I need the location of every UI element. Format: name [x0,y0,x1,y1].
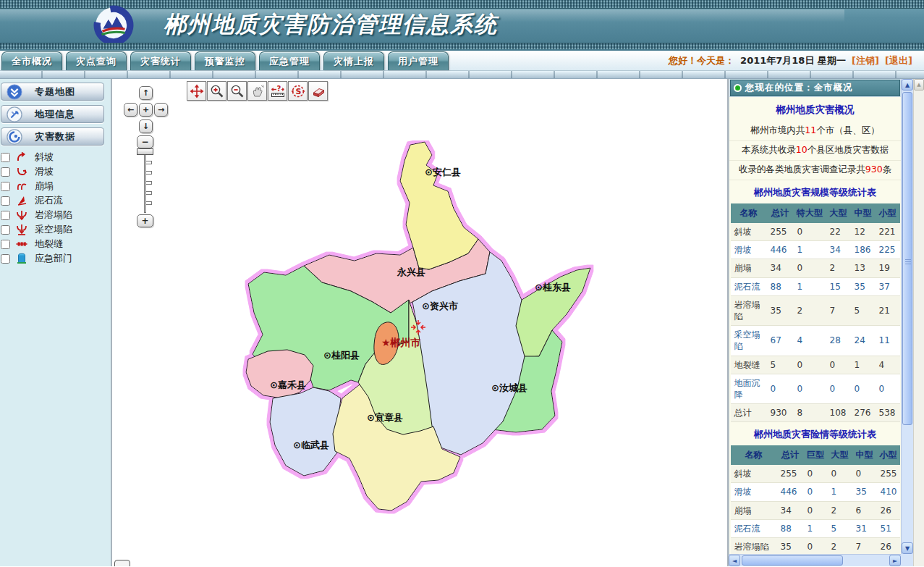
row-value: 0 [794,356,826,374]
layer-sidebar: 专题地图 地理信息 [0,79,112,566]
map-toolbar: ?S [187,81,329,101]
district-label: ⊙临武县 [293,440,329,450]
row-name: 斜坡 [731,465,777,483]
row-value: 5 [851,295,876,325]
karst-collapse-icon [15,209,28,222]
panel-horizontal-scrollbar[interactable]: ◄ ► [729,554,901,566]
tools-icon [7,106,22,122]
sidebar-section-theme-map[interactable]: 专题地图 [1,83,104,101]
location-bar: 您现在的位置：全市概况 [730,80,900,96]
table-row: 地面沉降00000 [731,374,900,403]
layer-checkbox-3[interactable] [1,196,10,206]
row-value: 13 [851,259,876,277]
page-scroll-up-icon[interactable]: ▲ [914,79,924,91]
exit-link[interactable]: [退出] [885,55,912,66]
column-header: 中型 [852,445,877,465]
row-value: 31 [852,519,877,537]
nav-tab-2[interactable]: 灾害统计 [130,51,191,70]
pan-down-button[interactable]: ↓ [139,119,153,133]
row-name: 地面沉降 [731,374,767,403]
row-value: 0 [876,374,900,403]
district-shape-jiahe[interactable] [246,350,313,398]
column-header: 小型 [877,445,900,465]
eraser-icon[interactable] [308,81,328,101]
layer-checkbox-1[interactable] [1,167,10,177]
column-header: 特大型 [794,203,826,223]
logout-link[interactable]: [注销] [852,55,879,66]
pan-right-button[interactable]: → [154,103,168,117]
layer-label: 地裂缝 [35,238,63,251]
pan-tool-icon[interactable] [187,81,206,101]
zoom-in-step-button[interactable]: + [137,214,153,227]
layer-checkbox-2[interactable] [1,182,10,191]
row-value: 4 [794,326,826,356]
layer-checkbox-6[interactable] [1,240,10,249]
sidebar-section-geo-info[interactable]: 地理信息 [1,105,104,123]
pan-center-button[interactable]: + [139,103,153,117]
row-value: 35 [851,277,876,295]
scroll-down-icon[interactable]: ▼ [902,542,913,554]
row-name: 崩塌 [731,259,767,277]
row-value: 11 [876,326,900,356]
sidebar-section-label: 地理信息 [35,108,75,121]
district-shape-linwu[interactable] [270,387,341,476]
row-value: 0 [851,374,876,403]
nav-tab-3[interactable]: 预警监控 [195,51,255,70]
nav-tab-0[interactable]: 全市概况 [1,51,62,70]
row-value: 6 [852,501,877,519]
nav-tab-1[interactable]: 灾点查询 [66,51,127,70]
layer-checkbox-4[interactable] [1,211,10,220]
pan-left-button[interactable]: ← [124,103,137,117]
column-header: 总计 [777,445,804,465]
pan-up-button[interactable]: ↑ [139,86,153,100]
svg-text:?: ? [276,85,281,93]
nav-tab-5[interactable]: 灾情上报 [323,51,384,70]
panel-vertical-scrollbar[interactable]: ▲ ▼ [901,79,913,554]
layer-label: 泥石流 [35,194,63,207]
row-name: 总计 [731,404,767,422]
zoom-out-step-button[interactable]: − [137,135,153,148]
panel-vscroll-thumb[interactable] [902,92,912,425]
row-value: 34 [826,241,851,259]
zoom-out-icon[interactable] [227,81,247,101]
svg-text:S: S [295,87,301,96]
row-value: 0 [794,223,826,241]
table-row: 崩塌3402626 [731,501,900,519]
table-row: 采空塌陷674282411 [731,326,900,356]
layer-checkbox-5[interactable] [1,225,10,235]
table-row: 滑坡446134186225 [731,241,900,259]
nav-tab-6[interactable]: 用户管理 [388,51,449,70]
scroll-up-icon[interactable]: ▲ [902,79,913,91]
scale-grade-table: 名称总计特大型大型中型小型斜坡25502212221滑坡446134186225… [731,203,900,422]
layer-checkbox-7[interactable] [1,254,10,264]
page-scrollbar[interactable]: ▲ [913,79,924,566]
measure-distance-icon[interactable]: ? [268,81,287,101]
nav-tab-4[interactable]: 应急管理 [259,51,320,70]
layer-row-4: 岩溶塌陷 [0,208,111,222]
panel-hscroll-thumb[interactable] [742,555,843,566]
danger-grade-table: 名称总计巨型大型中型小型斜坡255000255滑坡4460135410崩塌340… [731,445,900,554]
sidebar-section-disaster-data[interactable]: 灾害数据 [1,127,104,146]
zoom-slider-thumb[interactable] [137,148,153,155]
scale-icon[interactable]: S [288,81,308,101]
hand-pan-icon[interactable] [247,81,267,101]
row-value: 5 [828,519,852,537]
application-window: 郴州地质灾害防治管理信息系统 全市概况灾点查询灾害统计预警监控应急管理灾情上报用… [0,0,924,567]
scroll-left-icon[interactable]: ◄ [729,555,740,566]
row-name: 滑坡 [731,241,767,259]
row-value: 255 [777,465,804,483]
row-name: 岩溶塌陷 [731,538,777,555]
scroll-right-icon[interactable]: ► [889,555,901,566]
district-label: 永兴县 [397,266,425,277]
summary-panel-content: 您现在的位置：全市概况 郴州地质灾害概况 郴州市境内共11个市（县、区）本系统共… [729,79,901,554]
layer-checkbox-0[interactable] [1,153,10,162]
double-chevron-down-icon [7,84,22,100]
district-label: ⊙安仁县 [425,167,461,177]
map-corner-button[interactable] [114,560,130,566]
header-texture-top [0,0,924,9]
district-label: ⊙桂东县 [535,282,571,293]
zoom-in-icon[interactable] [207,81,226,101]
overview-title: 郴州地质灾害概况 [729,97,901,122]
map-viewport[interactable]: ↑ ← + → ↓ − + ?S [112,79,729,566]
zoom-slider-tick [146,191,152,195]
